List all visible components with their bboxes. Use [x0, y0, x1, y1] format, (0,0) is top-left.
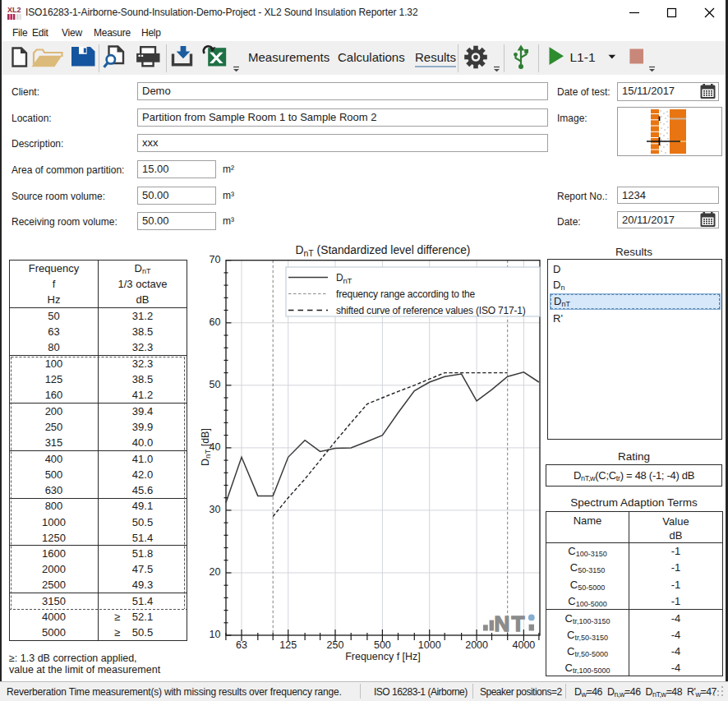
- svg-text:frequency range according to t: frequency range according to the: [336, 288, 476, 300]
- svg-text:NT: NT: [495, 611, 527, 636]
- svg-text:50: 50: [210, 379, 221, 390]
- svg-text:20: 20: [210, 566, 221, 578]
- svg-text:XL2: XL2: [7, 6, 21, 14]
- svg-text:1000: 1000: [418, 639, 441, 651]
- svg-text:60: 60: [210, 316, 221, 328]
- svg-text:30: 30: [210, 504, 221, 515]
- svg-text:500: 500: [374, 639, 391, 651]
- svg-text:2000: 2000: [465, 639, 488, 651]
- svg-text:4000: 4000: [512, 639, 535, 651]
- svg-text:125: 125: [279, 639, 297, 651]
- svg-text:70: 70: [210, 254, 221, 265]
- svg-text:Frequency f [Hz]: Frequency f [Hz]: [345, 651, 421, 662]
- svg-text:shifted curve of reference val: shifted curve of reference values (ISO 7…: [336, 305, 526, 316]
- svg-text:DnT [dB]: DnT [dB]: [200, 428, 213, 466]
- svg-text:63: 63: [236, 639, 247, 651]
- svg-text:L1-1: L1-1: [570, 50, 596, 64]
- svg-text:250: 250: [327, 639, 344, 651]
- svg-text:DnT (Standardized level differ: DnT (Standardized level difference): [296, 244, 471, 258]
- svg-text:10: 10: [210, 629, 221, 640]
